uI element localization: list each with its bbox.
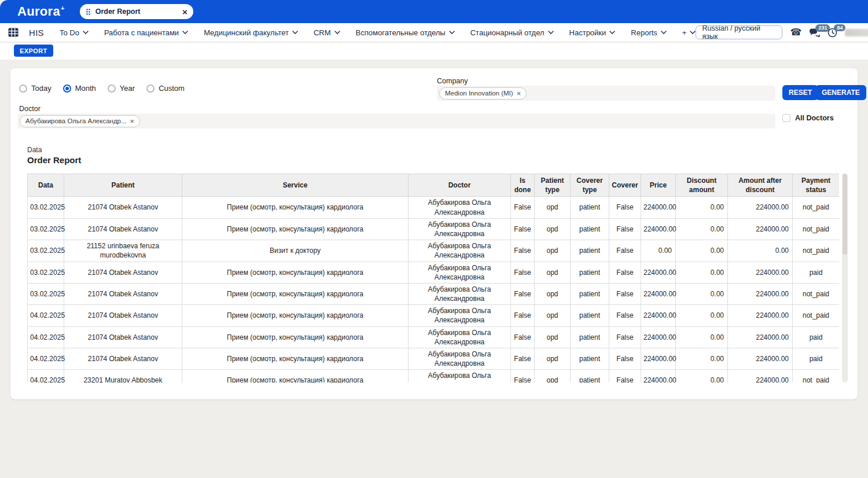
chevron-down-icon <box>449 31 455 34</box>
nav-item-label: Вспомогательные отделы <box>356 28 446 37</box>
table-cell: 224000.00 <box>641 348 676 370</box>
table-cell: False <box>609 240 641 262</box>
phone-icon[interactable]: ☎ <box>790 28 801 37</box>
period-radio-custom[interactable]: Custom <box>146 84 185 93</box>
table-cell: False <box>511 326 535 348</box>
reset-button[interactable]: RESET <box>782 85 818 100</box>
table-cell: 224000.00 <box>728 348 793 370</box>
nav-item-4[interactable]: CRM <box>314 28 340 37</box>
drag-handle-icon[interactable] <box>86 8 91 16</box>
table-cell: patient <box>571 262 609 283</box>
clock-icon[interactable]: 84 <box>827 28 837 38</box>
table-cell: 03.02.2025 <box>28 283 64 304</box>
column-header: Price <box>641 174 676 197</box>
table-cell: patient <box>571 283 609 304</box>
table-cell: Абубакирова Ольга Александровна <box>409 370 511 383</box>
logo-text: Aurora <box>17 4 60 19</box>
table-cell: 224000.00 <box>641 218 676 240</box>
table-cell: False <box>511 348 535 370</box>
table-cell: patient <box>571 305 609 326</box>
table-cell: Прием (осмотр, консультация) кардиолога <box>182 326 409 348</box>
period-radio-group: TodayMonthYearCustom <box>19 84 185 93</box>
period-radio-year[interactable]: Year <box>108 84 135 93</box>
table-cell: paid <box>793 348 840 370</box>
table-scrollbar-thumb[interactable] <box>843 174 847 255</box>
table-cell: Прием (осмотр, консультация) кардиолога <box>182 218 409 240</box>
language-select-value: Russian / русский язык <box>702 24 776 41</box>
table-cell: not_paid <box>793 197 840 218</box>
nav-menu: HISTo DoРабота с пациентамиМедицинский ф… <box>29 28 696 38</box>
period-radio-today[interactable]: Today <box>19 84 52 93</box>
table-cell: 224000.00 <box>641 283 676 304</box>
table-cell: Прием (осмотр, консультация) кардиолога <box>182 197 409 218</box>
table-cell: 0.00 <box>641 240 676 262</box>
table-cell: Прием (осмотр, консультация) кардиолога <box>182 370 409 383</box>
doctor-input[interactable]: Абубакирова Ольга Александр... × <box>17 113 775 128</box>
table-cell: 0.00 <box>676 348 728 370</box>
report-title: Order Report <box>27 155 81 165</box>
table-cell: False <box>609 326 641 348</box>
table-cell: 21074 Otabek Astanov <box>64 348 182 370</box>
radio-circle-icon[interactable] <box>146 84 155 93</box>
table-cell: 0.00 <box>676 197 728 218</box>
nav-item-8[interactable]: Reports <box>631 28 667 37</box>
all-doctors-option[interactable]: All Doctors <box>782 114 834 122</box>
radio-circle-icon[interactable] <box>108 84 116 93</box>
column-header: Doctor <box>409 174 511 197</box>
nav-item-3[interactable]: Медицинский факультет <box>204 28 298 37</box>
radio-circle-icon[interactable] <box>63 84 71 93</box>
company-chip: Medion Innovation (MI) × <box>439 87 527 100</box>
table-row: 03.02.202521074 Otabek AstanovПрием (осм… <box>28 262 840 283</box>
table-cell: Абубакирова Ольга Александровна <box>409 348 511 370</box>
table-cell: 21152 urinbaeva feruza murodbekovna <box>64 240 182 262</box>
table-row: 04.02.202521074 Otabek AstanovПрием (осм… <box>28 305 840 326</box>
table-cell: opd <box>535 262 571 283</box>
table-cell: 0.00 <box>676 326 728 348</box>
company-input[interactable]: Medion Innovation (MI) × <box>437 86 775 101</box>
column-header: Is done <box>511 174 535 197</box>
radio-circle-icon[interactable] <box>19 84 27 93</box>
close-icon[interactable]: × <box>182 8 187 16</box>
table-cell: 224000.00 <box>641 262 676 283</box>
nav-item-label: HIS <box>29 28 44 38</box>
nav-item-label: Настройки <box>569 28 606 37</box>
table-cell: 224000.00 <box>728 305 793 326</box>
redacted-company-name <box>845 29 868 36</box>
table-scrollbar[interactable] <box>842 174 848 383</box>
nav-item-2[interactable]: Работа с пациентами <box>104 28 188 37</box>
table-cell: False <box>511 218 535 240</box>
nav-item-label: + <box>682 28 687 37</box>
table-cell: not_paid <box>793 218 840 240</box>
table-cell: False <box>609 305 641 326</box>
table-cell: 03.02.2025 <box>28 197 64 218</box>
doctor-chip-remove-icon[interactable]: × <box>130 117 135 125</box>
table-cell: Абубакирова Ольга Александровна <box>409 218 511 240</box>
radio-label: Month <box>75 84 96 93</box>
all-doctors-checkbox[interactable] <box>782 114 790 122</box>
nav-item-7[interactable]: Настройки <box>569 28 616 37</box>
nav-item-9[interactable]: + <box>682 28 696 37</box>
table-cell: 0.00 <box>676 218 728 240</box>
column-header: Amount after discount <box>728 174 793 197</box>
table-cell: Абубакирова Ольга Александровна <box>409 262 511 283</box>
table-cell: Прием (осмотр, консультация) кардиолога <box>182 262 409 283</box>
apps-grid-icon[interactable] <box>8 28 19 37</box>
table-cell: False <box>609 370 641 383</box>
generate-button[interactable]: GENERATE <box>815 85 866 100</box>
open-tab-pill[interactable]: Order Report × <box>80 4 193 19</box>
nav-item-label: Reports <box>631 28 657 37</box>
nav-right-cluster: Russian / русский язык ☎ 231 84 A Admini… <box>696 25 868 39</box>
table-cell: paid <box>793 262 840 283</box>
nav-item-6[interactable]: Стационарный отдел <box>470 28 554 37</box>
nav-item-1[interactable]: To Do <box>60 28 89 37</box>
export-button[interactable]: EXPORT <box>14 45 53 57</box>
table-cell: patient <box>571 197 609 218</box>
company-chip-remove-icon[interactable]: × <box>517 90 521 97</box>
table-cell: not_paid <box>793 240 840 262</box>
period-radio-month[interactable]: Month <box>63 84 96 93</box>
table-cell: not_paid <box>793 305 840 326</box>
nav-item-5[interactable]: Вспомогательные отделы <box>356 28 455 37</box>
language-select[interactable]: Russian / русский язык <box>696 25 782 39</box>
nav-item-his[interactable]: HIS <box>29 28 44 38</box>
messages-icon[interactable]: 231 <box>809 28 820 37</box>
